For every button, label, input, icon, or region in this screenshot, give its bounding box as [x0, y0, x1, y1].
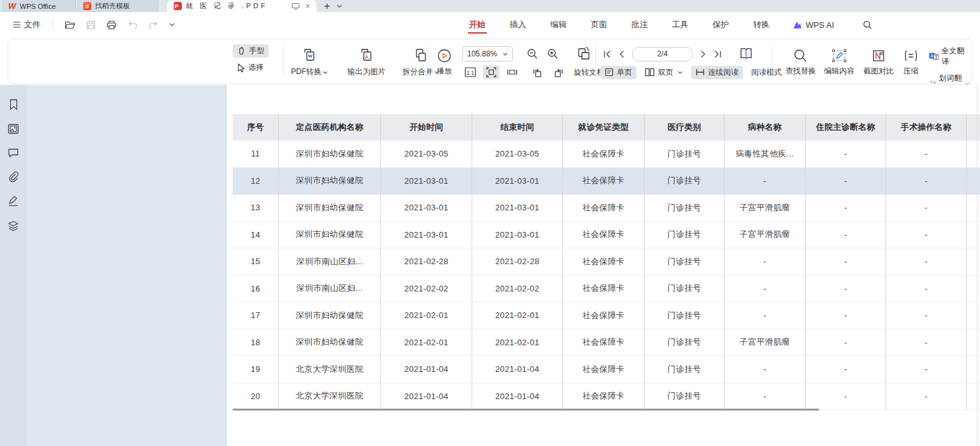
table-cell[interactable]: 17: [233, 302, 279, 329]
table-cell[interactable]: -: [886, 383, 967, 411]
zoom-out-icon[interactable]: [527, 48, 538, 60]
table-cell[interactable]: 深圳市妇幼保健院: [279, 194, 381, 222]
table-cell[interactable]: 2021-02-01: [381, 329, 472, 357]
table-cell[interactable]: -: [725, 248, 806, 276]
wps-ai-button[interactable]: WPS AI: [792, 20, 834, 30]
table-cell[interactable]: -: [886, 329, 967, 357]
table-cell[interactable]: 门诊挂号: [645, 356, 725, 383]
table-cell[interactable]: 门诊挂号: [645, 141, 725, 168]
table-cell[interactable]: 2021-03-01: [472, 168, 563, 195]
screenshot-compare-button[interactable]: 截图对比: [856, 43, 901, 81]
table-cell[interactable]: -: [725, 302, 806, 329]
menu-tab-tools[interactable]: 工具: [671, 13, 690, 36]
next-page-icon[interactable]: [700, 50, 706, 58]
table-cell[interactable]: 2021-01-04: [472, 356, 563, 383]
new-tab-icon[interactable]: +: [324, 0, 330, 13]
table-cell[interactable]: 门诊挂号: [645, 194, 725, 222]
table-cell[interactable]: -: [806, 168, 886, 195]
layers-icon[interactable]: [8, 220, 19, 232]
table-cell[interactable]: -: [886, 222, 967, 249]
page-number-input[interactable]: 2/4: [632, 47, 693, 61]
table-cell[interactable]: 13: [233, 194, 279, 222]
table-cell[interactable]: -: [725, 168, 806, 195]
table-cell[interactable]: 2021-02-28: [381, 248, 472, 276]
table-cell[interactable]: 社会保障卡: [563, 194, 645, 222]
table-cell[interactable]: -: [806, 141, 886, 168]
attachment-icon[interactable]: [8, 171, 19, 182]
table-cell[interactable]: 11: [233, 141, 279, 168]
table-cell[interactable]: 子宫平滑肌瘤: [725, 222, 806, 249]
table-cell[interactable]: -: [886, 356, 967, 383]
table-cell[interactable]: -: [886, 141, 967, 168]
table-cell[interactable]: 12: [233, 168, 279, 195]
close-tab-icon[interactable]: ×: [305, 1, 310, 11]
table-cell[interactable]: 2021-03-05: [472, 141, 563, 168]
table-cell[interactable]: 2021-03-01: [381, 168, 472, 195]
zoom-level-select[interactable]: 105.88%: [462, 46, 513, 61]
table-cell[interactable]: 2021-03-01: [472, 194, 563, 222]
table-cell[interactable]: 2021-01-04: [472, 383, 563, 411]
zoom-in-icon[interactable]: [547, 48, 558, 60]
table-cell[interactable]: 2021-02-01: [472, 329, 563, 357]
read-mode-book-icon[interactable]: [738, 47, 754, 61]
continuous-read-button[interactable]: 连续阅读: [691, 66, 743, 79]
table-cell[interactable]: 2021-03-01: [381, 222, 472, 249]
table-cell[interactable]: 2021-02-28: [472, 248, 563, 276]
table-cell[interactable]: 16: [233, 276, 279, 303]
table-cell[interactable]: 门诊挂号: [645, 329, 725, 357]
table-cell[interactable]: 门诊挂号: [645, 248, 725, 276]
table-cell[interactable]: 门诊挂号: [645, 168, 725, 195]
table-cell[interactable]: 病毒性其他疾...: [725, 141, 806, 168]
table-cell[interactable]: 社会保障卡: [563, 248, 645, 276]
table-cell[interactable]: 2021-02-01: [381, 302, 472, 329]
more-actions-chevron-icon[interactable]: [166, 21, 178, 29]
table-cell[interactable]: 2021-01-04: [381, 383, 472, 411]
table-cell[interactable]: 社会保障卡: [563, 356, 645, 383]
redo-icon[interactable]: [145, 19, 162, 31]
table-cell[interactable]: 北京大学深圳医院: [279, 356, 381, 383]
table-cell[interactable]: -: [886, 168, 967, 195]
table-cell[interactable]: -: [725, 276, 806, 303]
table-cell[interactable]: 深圳市妇幼保健院: [279, 302, 381, 329]
actual-size-button[interactable]: 1:1: [462, 65, 479, 79]
table-cell[interactable]: -: [806, 194, 886, 222]
full-translate-button[interactable]: A 全文翻译: [926, 44, 972, 68]
table-cell[interactable]: 2021-02-02: [381, 276, 472, 303]
thumbnails-icon[interactable]: [8, 124, 19, 134]
table-cell[interactable]: 深圳市南山区妇...: [279, 276, 381, 303]
file-menu-button[interactable]: 文件: [9, 16, 44, 33]
table-cell[interactable]: 门诊挂号: [645, 383, 725, 411]
single-page-button[interactable]: 单页: [600, 66, 636, 79]
table-cell[interactable]: 2021-03-01: [381, 194, 472, 222]
pdf-convert-button[interactable]: PDF转换: [283, 43, 335, 81]
table-cell[interactable]: 社会保障卡: [563, 222, 645, 249]
print-icon[interactable]: [103, 18, 120, 32]
table-cell[interactable]: -: [806, 248, 886, 276]
double-page-button[interactable]: 双页: [640, 66, 687, 79]
table-cell[interactable]: 15: [233, 248, 279, 276]
table-cell[interactable]: 社会保障卡: [563, 329, 645, 357]
rotate-right-icon[interactable]: [550, 65, 567, 80]
table-cell[interactable]: -: [806, 329, 886, 357]
table-cell[interactable]: 2021-02-01: [472, 302, 563, 329]
tab-template[interactable]: d 找稻壳模板: [76, 0, 158, 12]
table-cell[interactable]: -: [806, 356, 886, 383]
table-cell[interactable]: 深圳市妇幼保健院: [279, 141, 381, 168]
rotate-doc-label[interactable]: 旋转文档: [574, 67, 604, 78]
table-cell[interactable]: -: [725, 356, 806, 383]
table-cell[interactable]: -: [886, 302, 967, 329]
menu-tab-home[interactable]: 开始: [468, 13, 487, 36]
hand-tool-button[interactable]: 手型: [233, 44, 269, 58]
bookmark-icon[interactable]: [8, 99, 19, 110]
cast-screen-icon[interactable]: [292, 3, 300, 10]
table-cell[interactable]: -: [806, 302, 886, 329]
table-cell[interactable]: 深圳市妇幼保健院: [279, 222, 381, 249]
table-cell[interactable]: 深圳市妇幼保健院: [279, 168, 381, 195]
rotate-doc-icon[interactable]: [576, 46, 591, 61]
comments-icon[interactable]: [8, 148, 19, 158]
table-cell[interactable]: 2021-01-04: [381, 356, 472, 383]
fit-width-button[interactable]: [504, 65, 520, 79]
menu-search-icon[interactable]: [860, 18, 875, 32]
table-cell[interactable]: -: [886, 276, 967, 303]
last-page-icon[interactable]: [714, 50, 722, 58]
